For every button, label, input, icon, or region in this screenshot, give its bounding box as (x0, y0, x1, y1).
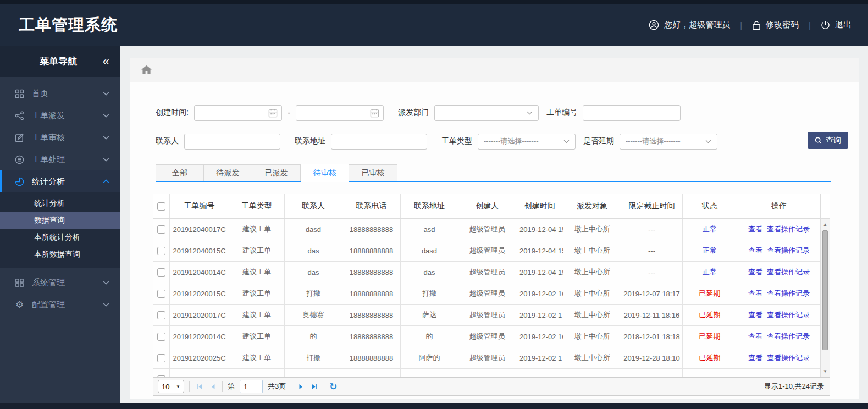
select-all-checkbox[interactable] (157, 202, 165, 211)
row-checkbox[interactable] (157, 225, 165, 234)
filter-row-2: 联系人 联系地址 工单类型 -------请选择------- 是否延期 ---… (156, 133, 859, 150)
create-time-end-input[interactable] (296, 105, 384, 121)
breadcrumb (130, 58, 859, 82)
cell-contact: das (285, 262, 342, 283)
view-log-link[interactable]: 查看操作记录 (767, 224, 810, 234)
page-size-select[interactable]: 10 ▼ (158, 380, 184, 393)
cell-order-no: 201912020015C (170, 283, 229, 304)
cell-actions: 查看 查看操作记录 (737, 262, 821, 283)
view-link[interactable]: 查看 (748, 224, 762, 234)
order-type-select[interactable]: -------请选择------- (478, 134, 576, 150)
search-button[interactable]: 查询 (808, 132, 848, 149)
sidebar-nav: 首页 工单派发 (0, 77, 120, 316)
submenu-item[interactable]: 本所统计分析 (0, 229, 120, 246)
first-page-button[interactable] (195, 382, 203, 391)
view-log-link[interactable]: 查看操作记录 (767, 289, 810, 299)
cell-deadline: --- (621, 262, 683, 283)
view-log-link[interactable]: 查看操作记录 (767, 331, 810, 341)
sidebar-item-statistics[interactable]: 统计分析 (0, 170, 120, 192)
sidebar-item-review[interactable]: 工单审核 (0, 126, 120, 148)
status-badge: 已延期 (699, 310, 721, 320)
user-greeting[interactable]: 您好，超级管理员 (649, 20, 730, 30)
dispatch-dept-select[interactable] (434, 105, 539, 121)
cell-actions: 查看 查看操作记录 (737, 240, 821, 261)
create-time-label: 创建时间: (156, 108, 189, 118)
view-log-link[interactable]: 查看操作记录 (767, 310, 810, 320)
view-log-link[interactable]: 查看操作记录 (767, 353, 810, 363)
next-page-button[interactable] (296, 382, 305, 391)
scroll-down-icon[interactable]: ▼ (821, 367, 830, 376)
view-link[interactable]: 查看 (748, 310, 762, 320)
filter-form: 创建时间: - (156, 104, 859, 150)
view-link[interactable]: 查看 (748, 267, 762, 277)
last-page-button[interactable] (310, 382, 319, 391)
col-order-type: 工单类型 (229, 194, 285, 218)
sidebar-item-home[interactable]: 首页 (0, 82, 120, 104)
sidebar-collapse-icon[interactable]: « (103, 56, 109, 68)
submenu-item[interactable]: 数据查询 (0, 212, 120, 229)
sidebar-item-process[interactable]: 工单处理 (0, 148, 120, 170)
view-log-link[interactable]: 查看操作记录 (767, 246, 810, 256)
order-no-input[interactable] (583, 105, 681, 121)
row-checkbox[interactable] (157, 375, 165, 377)
submenu-item[interactable]: 统计分析 (0, 195, 120, 212)
tab-label: 已派发 (265, 168, 288, 178)
view-log-link[interactable]: 查看操作记录 (767, 267, 810, 277)
cell-creator: 超级管理员 (458, 326, 516, 347)
row-checkbox[interactable] (157, 247, 165, 255)
logout-button[interactable]: 退出 (821, 20, 852, 30)
cell-target: 墩上中心所 (563, 305, 621, 325)
sidebar-item-system[interactable]: 系统管理 (0, 272, 120, 294)
work-order-table: 工单编号 工单类型 联系人 联系电话 联系地址 创建人 创建时间 派发对象 限定… (153, 194, 830, 378)
cell-creator: 超级管理员 (458, 262, 516, 283)
cell-deadline: 2018-12-01 18:18 (621, 326, 683, 347)
calendar-icon[interactable] (268, 108, 278, 118)
chevron-down-icon (563, 140, 570, 143)
create-time-start-input[interactable] (194, 105, 282, 121)
scrollbar-thumb[interactable] (822, 230, 828, 350)
cell-status: 已延期 (683, 347, 737, 368)
calendar-icon[interactable] (370, 108, 379, 118)
delay-select[interactable]: -------请选择------- (620, 134, 717, 150)
refresh-icon[interactable]: ↻ (329, 382, 337, 391)
greeting-label: 您好，超级管理员 (664, 20, 730, 30)
cell-created: 2019-12-02 17 (516, 305, 563, 325)
sidebar-item-label: 工单处理 (32, 154, 65, 165)
view-link[interactable]: 查看 (748, 246, 762, 256)
cell-actions: 查看 查看操作记录 (737, 283, 821, 304)
prev-page-button[interactable] (208, 382, 217, 391)
home-icon[interactable] (141, 65, 152, 75)
status-tab[interactable]: 已审核 (349, 164, 397, 182)
row-checkbox[interactable] (157, 333, 165, 341)
status-tab[interactable]: 已派发 (252, 164, 301, 182)
status-tab[interactable]: 全部 (156, 164, 204, 182)
table-row: 201912020014C 建议工单 的 18888888888 的 超级管理员… (153, 326, 821, 347)
status-badge: 正常 (703, 246, 717, 256)
status-tab[interactable]: 待审核 (301, 164, 349, 182)
row-checkbox[interactable] (157, 354, 165, 362)
view-link[interactable]: 查看 (748, 289, 762, 299)
contact-input[interactable] (184, 134, 280, 150)
cell-deadline: 2019-12-28 18:10 (621, 347, 683, 368)
row-checkbox[interactable] (157, 268, 165, 277)
row-checkbox[interactable] (157, 311, 165, 319)
search-button-label: 查询 (826, 136, 841, 146)
sidebar-item-config[interactable]: ⚙ 配置管理 (0, 294, 120, 316)
pagination-bar: 10 ▼ 第 共3页 (153, 378, 830, 396)
cell-creator: 超级管理员 (458, 305, 516, 325)
view-link[interactable]: 查看 (748, 353, 762, 363)
sidebar-item-dispatch[interactable]: 工单派发 (0, 104, 120, 126)
scrollbar-track[interactable]: ▲ ▼ (821, 219, 830, 377)
view-link[interactable]: 查看 (748, 331, 762, 341)
cell-phone: 18888888888 (342, 240, 401, 261)
submenu-item[interactable]: 本所数据查询 (0, 246, 120, 263)
cell-address: 萨达 (401, 305, 458, 325)
address-input[interactable] (331, 134, 427, 150)
page-number-input[interactable] (240, 380, 263, 393)
pager-divider (291, 381, 291, 392)
change-password-button[interactable]: 修改密码 (752, 20, 799, 30)
scroll-up-icon[interactable]: ▲ (821, 220, 830, 229)
status-tab[interactable]: 待派发 (204, 164, 252, 182)
cell-phone: 18888888888 (342, 283, 401, 304)
row-checkbox[interactable] (157, 290, 165, 298)
